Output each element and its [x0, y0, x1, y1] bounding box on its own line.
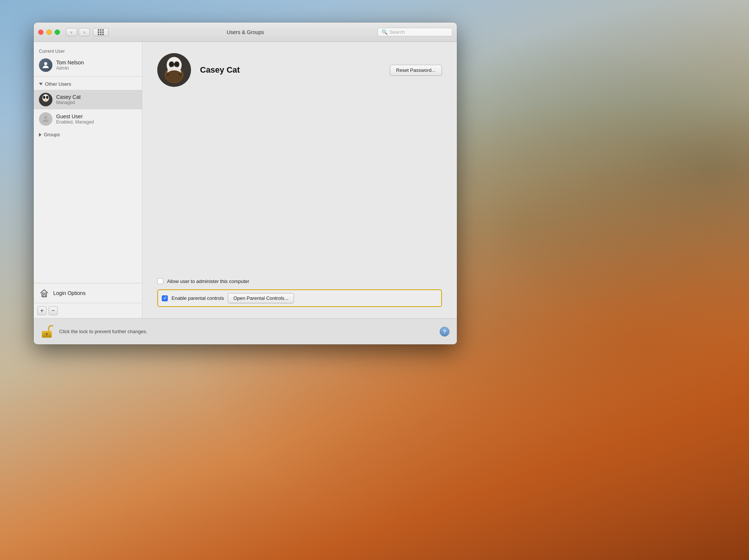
allow-admin-label: Allow user to administer this computer	[167, 279, 249, 284]
user-list: Current User Tom Nelson Admin	[34, 42, 142, 283]
nav-buttons: ‹ ›	[66, 28, 90, 36]
window-title: Users & Groups	[227, 29, 264, 35]
user-detail-header: Casey Cat Reset Password...	[157, 53, 442, 87]
home-icon	[39, 288, 49, 298]
casey-cat-name: Casey Cat	[56, 94, 81, 100]
sidebar-item-casey-cat[interactable]: Casey Cat Managed	[34, 90, 142, 109]
reset-password-button[interactable]: Reset Password...	[390, 65, 442, 76]
casey-cat-avatar-large	[157, 53, 191, 87]
grid-icon	[98, 29, 104, 35]
sidebar: Current User Tom Nelson Admin	[34, 42, 142, 318]
search-placeholder: Search	[389, 29, 405, 35]
svg-point-0	[44, 62, 47, 65]
lock-button[interactable]	[41, 325, 53, 338]
close-button[interactable]	[38, 30, 43, 35]
tom-nelson-info: Tom Nelson Admin	[56, 60, 84, 71]
parental-controls-row: Enable parental controls Open Parental C…	[157, 289, 442, 307]
maximize-button[interactable]	[55, 30, 60, 35]
back-icon: ‹	[71, 29, 72, 35]
svg-point-19	[177, 63, 178, 64]
login-options-label: Login Options	[53, 290, 85, 296]
forward-button[interactable]: ›	[79, 28, 90, 36]
svg-point-16	[170, 63, 173, 66]
open-parental-controls-button[interactable]: Open Parental Controls...	[228, 293, 294, 303]
svg-rect-10	[43, 295, 45, 297]
search-bar[interactable]: 🔍 Search	[377, 28, 452, 36]
other-users-section-header[interactable]: Other Users	[34, 78, 142, 90]
add-icon: +	[40, 307, 43, 314]
tom-nelson-name: Tom Nelson	[56, 60, 84, 66]
help-button[interactable]: ?	[440, 327, 449, 337]
guest-user-name: Guest User	[56, 113, 94, 119]
divider-1	[34, 76, 142, 77]
groups-section-header[interactable]: Groups	[34, 129, 142, 140]
allow-admin-checkbox[interactable]	[157, 278, 163, 284]
controls-area: Allow user to administer this computer E…	[157, 271, 442, 307]
remove-user-button[interactable]: −	[49, 306, 58, 315]
back-button[interactable]: ‹	[66, 28, 77, 36]
groups-triangle-icon	[39, 133, 42, 137]
search-icon: 🔍	[382, 29, 388, 35]
groups-label: Groups	[44, 132, 60, 137]
svg-rect-25	[46, 334, 48, 336]
enable-parental-label: Enable parental controls	[172, 295, 224, 301]
sidebar-bottom-bar: + −	[34, 303, 142, 318]
other-users-triangle-icon	[39, 83, 43, 85]
grid-view-button[interactable]	[93, 28, 109, 36]
add-user-button[interactable]: +	[37, 306, 46, 315]
guest-user-info: Guest User Enabled, Managed	[56, 113, 94, 125]
login-options-item[interactable]: Login Options	[34, 283, 142, 303]
tom-nelson-avatar	[39, 58, 52, 72]
content-area: Current User Tom Nelson Admin	[34, 42, 457, 318]
bottom-bar: Click the lock to prevent further change…	[34, 318, 457, 344]
tom-nelson-role: Admin	[56, 66, 84, 71]
users-groups-window: ‹ › Users & Groups 🔍 Search Current Use	[34, 22, 457, 344]
guest-user-avatar	[39, 112, 52, 126]
forward-icon: ›	[84, 29, 85, 35]
titlebar: ‹ › Users & Groups 🔍 Search	[34, 22, 457, 42]
other-users-label: Other Users	[45, 81, 71, 87]
main-panel: Casey Cat Reset Password... Allow user t…	[142, 42, 457, 318]
lock-text: Click the lock to prevent further change…	[59, 329, 148, 334]
guest-user-role: Enabled, Managed	[56, 119, 94, 125]
minimize-button[interactable]	[46, 30, 52, 35]
main-spacer	[157, 94, 442, 271]
allow-admin-row: Allow user to administer this computer	[157, 278, 442, 284]
sidebar-item-guest-user[interactable]: Guest User Enabled, Managed	[34, 109, 142, 129]
svg-point-18	[172, 63, 172, 64]
minus-icon: −	[51, 307, 55, 314]
selected-user-name: Casey Cat	[200, 65, 240, 75]
svg-point-6	[44, 97, 45, 98]
traffic-lights	[38, 30, 60, 35]
casey-cat-info: Casey Cat Managed	[56, 94, 81, 105]
enable-parental-checkbox[interactable]	[162, 295, 168, 301]
casey-cat-avatar-small	[39, 93, 52, 106]
sidebar-item-tom-nelson[interactable]: Tom Nelson Admin	[34, 55, 142, 75]
svg-point-8	[44, 116, 47, 119]
current-user-section-label: Current User	[34, 46, 142, 55]
casey-cat-role: Managed	[56, 100, 81, 105]
svg-point-21	[166, 70, 182, 82]
svg-point-7	[47, 97, 48, 98]
svg-point-17	[176, 63, 178, 66]
svg-rect-9	[42, 293, 46, 297]
